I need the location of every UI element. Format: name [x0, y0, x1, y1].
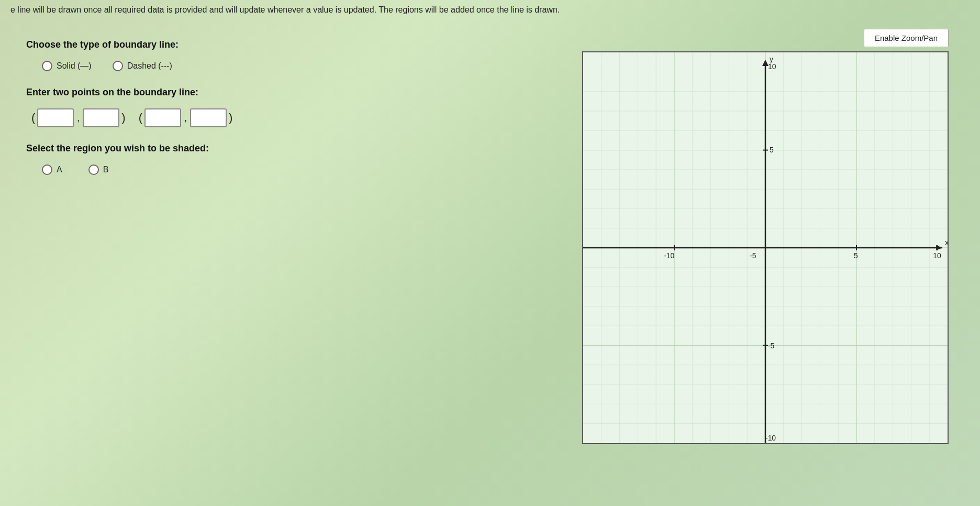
region-a-option[interactable]: A	[42, 164, 62, 175]
shading-title: Select the region you wish to be shaded:	[26, 143, 319, 154]
region-b-label: B	[103, 165, 109, 174]
open-paren-1: (	[31, 111, 35, 125]
close-paren-2: )	[229, 111, 232, 125]
comma-2: ,	[184, 113, 187, 124]
info-text: e line will be drawn once all required d…	[0, 4, 980, 16]
x-label-5: 5	[854, 251, 858, 260]
y-label-5: 5	[770, 146, 774, 154]
x1-input[interactable]	[37, 108, 74, 127]
main-container: Choose the type of boundary line: Solid …	[0, 24, 980, 506]
boundary-title: Choose the type of boundary line:	[26, 39, 319, 50]
solid-option[interactable]: Solid (—)	[42, 61, 92, 71]
region-a-radio[interactable]	[42, 164, 52, 175]
y2-input[interactable]	[190, 108, 227, 127]
graph-svg: x y 5 10 -5 -10 -10 -5 5 10	[583, 52, 948, 443]
y-label-neg10: -10	[765, 434, 776, 442]
x2-input[interactable]	[144, 108, 181, 127]
points-inputs-row: ( , ) ( , )	[31, 108, 319, 127]
points-title: Enter two points on the boundary line:	[26, 87, 319, 98]
shading-section: Select the region you wish to be shaded:…	[26, 143, 319, 175]
region-b-radio[interactable]	[88, 164, 99, 175]
region-b-option[interactable]: B	[88, 164, 109, 175]
x-label-10: 10	[933, 251, 941, 260]
left-panel: Choose the type of boundary line: Solid …	[10, 29, 335, 185]
x-label-neg5: -5	[750, 251, 756, 260]
boundary-section: Choose the type of boundary line: Solid …	[26, 39, 319, 71]
solid-radio[interactable]	[42, 61, 52, 71]
boundary-radio-group: Solid (—) Dashed (---)	[42, 61, 319, 71]
points-section: Enter two points on the boundary line: (…	[26, 87, 319, 127]
solid-label: Solid (—)	[57, 61, 92, 71]
graph-container: Enable Zoom/Pan	[335, 29, 970, 444]
x-label-neg10: -10	[664, 251, 674, 260]
dashed-label: Dashed (---)	[127, 61, 172, 71]
open-paren-2: (	[139, 111, 142, 125]
y-label-neg5: -5	[768, 342, 775, 350]
y-label-10: 10	[768, 62, 776, 71]
dashed-option[interactable]: Dashed (---)	[113, 61, 172, 71]
spacer-1	[131, 113, 133, 124]
dashed-radio[interactable]	[113, 61, 123, 71]
region-a-label: A	[57, 165, 62, 174]
y1-input[interactable]	[83, 108, 119, 127]
enable-zoom-button[interactable]: Enable Zoom/Pan	[864, 29, 949, 47]
shading-radio-group: A B	[42, 164, 319, 175]
x-axis-label: x	[945, 238, 948, 247]
close-paren-1: )	[121, 111, 125, 125]
graph-wrapper[interactable]: x y 5 10 -5 -10 -10 -5 5 10	[582, 51, 949, 444]
comma-1: ,	[77, 113, 80, 124]
